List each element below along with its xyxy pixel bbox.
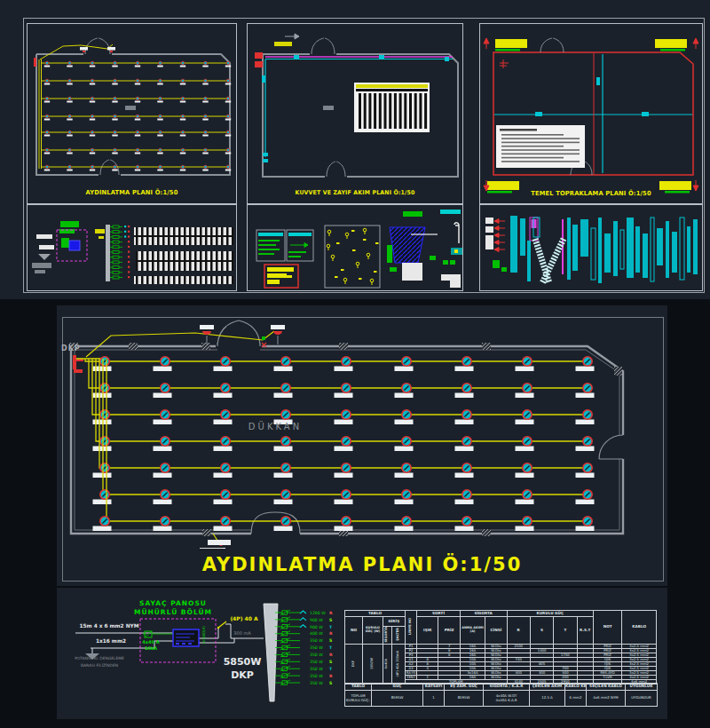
main-switch-label: (4P) 40 A: [224, 616, 264, 622]
thumb-power-plan: KUVVET VE ZAYIF AKIM PLANI Ö:1/50: [247, 23, 463, 204]
light-fixture: [154, 357, 172, 371]
light-fixture: [274, 437, 293, 451]
svg-text:900 W: 900 W: [310, 618, 323, 622]
svg-text:S: S: [329, 638, 332, 643]
light-fixture: [516, 437, 534, 451]
room-name-label: DÜKKAN: [233, 422, 318, 431]
panel-power-label: 5850W: [222, 657, 263, 668]
svg-text:R: R: [329, 653, 333, 657]
light-fixture: [395, 410, 414, 424]
light-fixture: [516, 463, 534, 478]
thumb-grounding-plan: TEMEL TOPRAKLAMA PLANI Ö:1/50: [479, 23, 703, 204]
svg-text:T: T: [329, 667, 333, 671]
thumb-grounding-title: TEMEL TOPRAKLAMA PLANI Ö:1/50: [485, 190, 697, 197]
light-fixture: [335, 490, 353, 504]
light-fixture: [274, 490, 293, 504]
light-fixture: [214, 517, 233, 531]
svg-text:350 W: 350 W: [310, 667, 323, 671]
light-fixture: [335, 463, 353, 478]
light-fixture: [516, 357, 534, 371]
breaker-ka-label: 10kA: [139, 646, 162, 652]
svg-text:350 W: 350 W: [310, 660, 323, 664]
svg-text:S: S: [329, 660, 332, 664]
panel-circuit-table: TABLOLİNYE NOSORTİSİGORTAKURULU GÜÇNOTKA…: [344, 610, 657, 684]
light-fixture: [516, 517, 534, 531]
light-fixture: [516, 410, 534, 424]
light-fixture: [214, 463, 233, 478]
light-fixture: [214, 437, 233, 451]
svg-text:T: T: [329, 625, 333, 629]
light-fixture: [93, 463, 112, 478]
main-breaker-label: 4x40 A: [138, 640, 164, 645]
panel-name-label: DKP: [222, 670, 263, 681]
lighting-plan-drawing: [62, 316, 662, 549]
light-fixture: [455, 384, 474, 398]
thumb-power-title: KUVVET VE ZAYIF AKIM PLANI Ö:1/50: [253, 189, 457, 196]
light-fixture: [274, 463, 293, 478]
light-fixture: [455, 517, 474, 531]
thumb-grounding-drawing: [480, 24, 702, 203]
light-fixture: [395, 463, 414, 478]
svg-text:400 W: 400 W: [310, 631, 323, 636]
light-fixture: [154, 463, 172, 478]
svg-text:T: T: [329, 645, 333, 650]
svg-text:350 W: 350 W: [310, 645, 323, 650]
svg-text:350 W: 350 W: [310, 674, 323, 678]
panel-tag-label: DKP: [61, 344, 81, 352]
light-fixture: [576, 410, 595, 424]
svg-text:900 W: 900 W: [310, 625, 323, 629]
light-fixture: [154, 437, 172, 451]
thumb-lighting-plan: AYDINLATMA PLANI Ö:1/50: [27, 23, 237, 204]
svg-text:350 W: 350 W: [310, 681, 323, 685]
light-fixture: [576, 517, 595, 531]
light-fixture: [395, 357, 414, 371]
light-fixture: [93, 517, 112, 531]
light-fixture: [274, 357, 293, 371]
ground-note-line2: BARASI FİLİZİNDEN: [64, 664, 135, 669]
thumb-lighting-title: AYDINLATMA PLANI Ö:1/50: [33, 189, 231, 196]
svg-text:1200 W: 1200 W: [310, 611, 326, 615]
svg-text:R: R: [329, 631, 333, 636]
light-fixture: [516, 384, 534, 398]
thumb-power-drawing: [248, 24, 462, 203]
light-fixture: [214, 490, 233, 504]
load-summary-table: TABLOGÜÇKATSAYIEŞ ZAM. GÜÇSİGORTA / K.A.…: [344, 683, 658, 707]
light-fixture: [395, 490, 414, 504]
light-fixture: [395, 517, 414, 531]
detail-legend-drawing: [248, 205, 462, 290]
light-fixture: [154, 517, 172, 531]
light-fixture: [335, 410, 353, 424]
light-fixture: [154, 384, 172, 398]
svg-text:S: S: [329, 618, 332, 622]
thumb-lighting-drawing: [28, 24, 236, 203]
light-fixture: [93, 490, 112, 504]
detail-riser-drawing: [28, 205, 236, 290]
svg-text:350 W: 350 W: [310, 653, 323, 657]
light-fixture: [576, 463, 595, 478]
light-fixture: [154, 490, 172, 504]
light-fixture: [335, 384, 353, 398]
light-fixture: [274, 384, 293, 398]
ground-note-line1: POTANSİYEL DENGELEME: [62, 657, 137, 661]
light-fixture: [455, 410, 474, 424]
light-fixture: [214, 384, 233, 398]
light-fixture: [576, 437, 595, 451]
light-fixture: [455, 463, 474, 478]
light-fixture: [335, 437, 353, 451]
light-fixture: [455, 357, 474, 371]
light-fixture: [455, 437, 474, 451]
light-fixture: [576, 490, 595, 504]
rccb-label: 300 mA: [225, 631, 259, 637]
light-fixture: [335, 357, 353, 371]
svg-text:S: S: [329, 681, 332, 685]
svg-text:R: R: [329, 611, 333, 615]
light-fixture: [335, 517, 353, 531]
light-fixture: [154, 410, 172, 424]
ground-cable-label: 1x16 mm2: [89, 638, 133, 644]
meter-title-line1: SAYAÇ PANOSU: [115, 600, 231, 607]
light-fixture: [274, 517, 293, 531]
detail-notes-drawing: [480, 205, 702, 290]
meter-rating-label: (x5(60)A): [202, 626, 206, 644]
light-fixture: [395, 437, 414, 451]
detail-notes-thumb: [479, 204, 703, 291]
